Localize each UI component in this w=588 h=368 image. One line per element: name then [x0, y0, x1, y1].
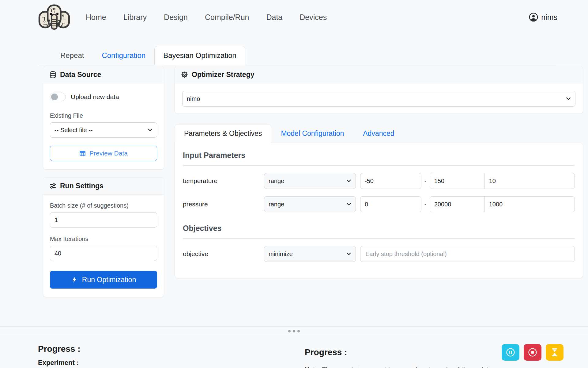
run-progress-header: Progress : [305, 344, 564, 361]
max-iterations-label: Max Iterations [50, 236, 157, 243]
run-optimization-label: Run Optimization [82, 276, 136, 284]
experiment-progress-pane: Progress : Experiment : objective = deck… [38, 344, 288, 368]
left-column: Data Source Upload new data Existing Fil… [43, 66, 164, 297]
sliders-icon [49, 182, 56, 190]
range-inputs: - [360, 196, 575, 212]
run-optimization-button[interactable]: Run Optimization [50, 271, 157, 289]
nav-item-library[interactable]: Library [123, 13, 147, 22]
splitter-dot [288, 330, 291, 332]
optimizer-strategy-card: Optimizer Strategy nimo [175, 66, 583, 114]
run-settings-header: Run Settings [43, 178, 164, 195]
range-separator: - [421, 178, 430, 185]
nav-item-home[interactable]: Home [86, 13, 106, 22]
progress-label-left: Progress : [38, 344, 288, 354]
optimizer-strategy-select[interactable]: nimo [182, 91, 575, 107]
nav-item-devices[interactable]: Devices [300, 13, 327, 22]
parameter-type-select[interactable]: range [264, 173, 356, 189]
config-tab-bar: Parameters & Objectives Model Configurat… [175, 124, 583, 143]
pause-button[interactable] [502, 344, 519, 361]
optimizer-strategy-body: nimo [175, 83, 583, 113]
user-menu[interactable]: nims [529, 13, 557, 22]
database-icon [49, 71, 56, 78]
optimizer-strategy-header: Optimizer Strategy [175, 66, 583, 83]
tab-bayesian-optimization[interactable]: Bayesian Optimization [154, 46, 245, 65]
data-source-body: Upload new data Existing File -- Select … [43, 83, 164, 169]
person-circle-icon [529, 13, 538, 22]
preview-data-label: Preview Data [89, 150, 128, 157]
batch-size-input[interactable] [50, 212, 157, 228]
run-control-buttons [502, 344, 564, 361]
username: nims [541, 13, 557, 22]
hourglass-icon [550, 348, 559, 357]
note-text: Note: The current step cannot be paused … [305, 366, 564, 368]
existing-file-select[interactable]: -- Select file -- [50, 122, 157, 138]
upload-toggle-row: Upload new data [50, 93, 157, 101]
tab-configuration[interactable]: Configuration [93, 46, 154, 65]
data-source-title: Data Source [60, 71, 101, 79]
nav-item-design[interactable]: Design [164, 13, 188, 22]
objective-direction-select[interactable]: minimize [264, 246, 356, 262]
objectives-title: Objectives [183, 224, 575, 239]
objective-name: objective [183, 250, 264, 258]
parameter-name: temperature [183, 177, 264, 185]
main-navigation: Home Library Design Compile/Run Data Dev… [86, 13, 327, 22]
splitter-dot [297, 330, 300, 332]
input-parameters-title: Input Parameters [183, 151, 575, 166]
wait-button[interactable] [546, 344, 564, 361]
run-settings-card: Run Settings Batch size (# of suggestion… [43, 177, 164, 297]
range-separator: - [421, 201, 430, 208]
tab-model-configuration[interactable]: Model Configuration [271, 124, 353, 143]
parameter-type-select[interactable]: range [264, 196, 356, 212]
parameter-row-temperature: temperature range - [183, 173, 575, 189]
note-bold: Note: [305, 366, 320, 368]
range-step-input[interactable] [484, 196, 575, 212]
run-settings-body: Batch size (# of suggestions) Max Iterat… [43, 195, 164, 297]
app-logo-elephant-icon[interactable] [38, 3, 70, 31]
run-progress-pane: Progress : [305, 344, 564, 368]
nav-item-data[interactable]: Data [266, 13, 282, 22]
early-stop-threshold-input[interactable] [360, 246, 575, 262]
range-min-input[interactable] [360, 173, 421, 189]
bottom-section: Progress : Experiment : objective = deck… [0, 336, 588, 368]
optimizer-strategy-title: Optimizer Strategy [192, 71, 254, 79]
toggle-knob [51, 94, 58, 100]
experiment-label: Experiment : [38, 359, 288, 367]
run-settings-title: Run Settings [60, 182, 104, 190]
splitter-dot [293, 330, 295, 332]
stop-circle-icon [528, 348, 537, 357]
right-column: Optimizer Strategy nimo Parameters & Obj… [175, 66, 583, 278]
parameter-name: pressure [183, 201, 264, 208]
splitter-handle[interactable] [0, 326, 588, 336]
app-window: Home Library Design Compile/Run Data Dev… [0, 0, 588, 368]
main-content: Data Source Upload new data Existing Fil… [43, 66, 556, 297]
data-source-card: Data Source Upload new data Existing Fil… [43, 66, 164, 170]
tab-repeat[interactable]: Repeat [51, 46, 93, 65]
max-iterations-input[interactable] [50, 246, 157, 261]
range-max-input[interactable] [430, 173, 485, 189]
top-nav: Home Library Design Compile/Run Data Dev… [0, 0, 588, 34]
objective-row: objective minimize [183, 246, 575, 262]
nav-item-compile-run[interactable]: Compile/Run [205, 13, 249, 22]
table-icon [79, 150, 86, 157]
upload-new-data-toggle[interactable] [50, 93, 66, 101]
lightning-icon [71, 276, 78, 283]
gear-icon [181, 71, 188, 78]
preview-data-button[interactable]: Preview Data [50, 146, 157, 161]
parameter-row-pressure: pressure range - [183, 196, 575, 212]
range-max-input[interactable] [430, 196, 485, 212]
progress-label-right: Progress : [305, 347, 347, 357]
stop-button[interactable] [524, 344, 541, 361]
range-inputs: - [360, 173, 575, 189]
parameters-objectives-panel: Input Parameters temperature range - [175, 143, 583, 278]
upload-toggle-label: Upload new data [71, 93, 119, 101]
tab-parameters-objectives[interactable]: Parameters & Objectives [175, 124, 271, 143]
data-source-header: Data Source [43, 66, 164, 83]
batch-size-label: Batch size (# of suggestions) [50, 202, 157, 209]
range-step-input[interactable] [484, 173, 575, 189]
range-min-input[interactable] [360, 196, 421, 212]
tab-advanced[interactable]: Advanced [353, 124, 404, 143]
existing-file-label: Existing File [50, 112, 157, 119]
main-tab-bar: Repeat Configuration Bayesian Optimizati… [38, 46, 556, 65]
pause-circle-icon [506, 348, 515, 357]
